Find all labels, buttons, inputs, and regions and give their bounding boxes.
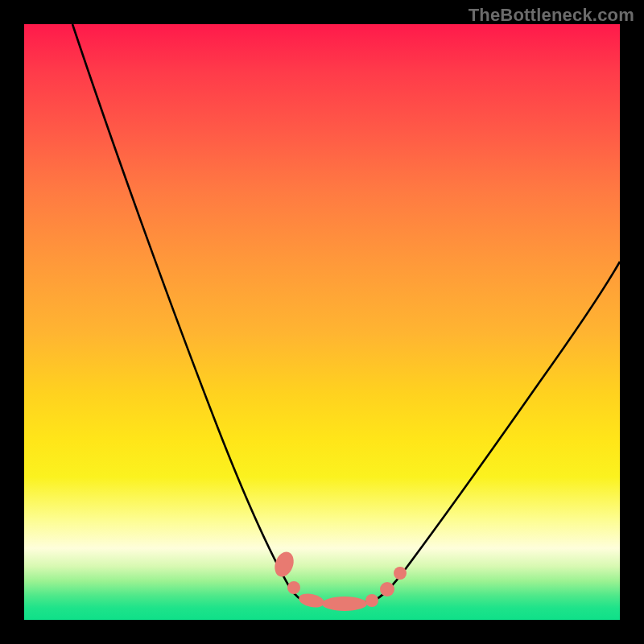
marker-1 xyxy=(271,549,297,580)
marker-2 xyxy=(287,581,300,594)
marker-7 xyxy=(394,567,407,580)
watermark-text: TheBottleneck.com xyxy=(469,5,634,26)
chart-frame: TheBottleneck.com xyxy=(0,0,644,644)
curve-left xyxy=(72,24,306,601)
plot-area xyxy=(24,24,620,620)
marker-4 xyxy=(322,597,367,611)
bottleneck-curve xyxy=(24,24,620,620)
marker-5 xyxy=(365,594,378,607)
curve-right xyxy=(372,262,620,601)
marker-3 xyxy=(298,592,326,609)
marker-6 xyxy=(380,582,394,597)
